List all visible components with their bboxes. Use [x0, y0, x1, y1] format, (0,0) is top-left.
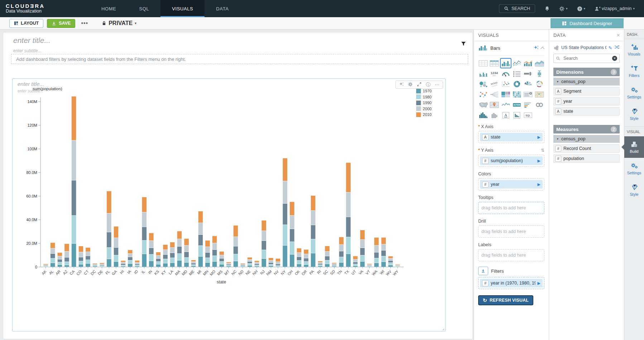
labels-dropzone[interactable]: drag fields to add here: [478, 249, 544, 261]
sidebar-item-dash-style[interactable]: Style: [624, 103, 644, 125]
colors-field-pill[interactable]: # year ▶: [480, 180, 543, 189]
dimensions-table-group[interactable]: ▼ census_pop: [553, 78, 620, 86]
visual-type-bars-icon[interactable]: [501, 59, 511, 68]
sidebar-item-dash-settings[interactable]: Settings: [624, 82, 644, 103]
resize-handle-icon[interactable]: ⌟: [442, 326, 444, 331]
y-axis-dropzone[interactable]: # sum(population) ▶: [478, 155, 544, 167]
colors-dropzone[interactable]: # year ▶: [478, 178, 544, 190]
visual-type-table-icon[interactable]: [478, 59, 488, 68]
field-menu-caret-icon[interactable]: ▶: [538, 159, 540, 163]
more-actions-button[interactable]: •••: [81, 20, 88, 26]
expand-icon[interactable]: [417, 82, 422, 87]
field-menu-caret-icon[interactable]: ▶: [538, 281, 540, 286]
visual-type-extension-icon[interactable]: [489, 111, 499, 120]
nav-tab-data[interactable]: DATA: [205, 0, 240, 17]
nav-tab-home[interactable]: HOME: [90, 0, 128, 17]
field-menu-caret-icon[interactable]: ▶: [538, 182, 540, 187]
visual-type-sparklines-icon[interactable]: [501, 100, 511, 109]
visual-type-field-slicer-icon[interactable]: [523, 90, 533, 99]
legend-item-2010[interactable]: 2010: [416, 112, 432, 118]
x-axis-field-pill[interactable]: A state ▶: [480, 133, 543, 141]
help-menu-button[interactable]: ? ▾: [577, 6, 586, 11]
info-icon[interactable]: ⓘ: [426, 82, 431, 87]
visual-type-combined-bar-line-icon[interactable]: [523, 59, 533, 68]
nav-tab-sql[interactable]: SQL: [128, 0, 160, 17]
close-icon[interactable]: ✕: [616, 33, 620, 38]
visual-type-route-map-icon[interactable]: [534, 90, 544, 99]
dashboard-designer-button[interactable]: Dashboard Designer: [551, 18, 624, 28]
sidebar-item-dash-filters[interactable]: Filters: [624, 60, 644, 82]
filters-dropzone[interactable]: # year in (1970, 1980, 1990,... ▶: [478, 277, 544, 289]
gear-icon[interactable]: [408, 82, 413, 87]
visual-type-legend-list-icon[interactable]: [512, 69, 522, 78]
legend-item-1990[interactable]: 1990: [416, 100, 432, 106]
visual-type-dendrogram-icon[interactable]: [489, 90, 499, 99]
field-row-record-count[interactable]: #Record Count: [553, 144, 620, 153]
visual-type-heatmap-icon[interactable]: [512, 90, 522, 99]
sidebar-item-dash-visuals[interactable]: Visuals: [624, 39, 644, 60]
field-row-year[interactable]: #year: [553, 97, 620, 106]
sidebar-item-visual-settings[interactable]: Settings: [624, 158, 644, 179]
collapse-chevron-icon[interactable]: [540, 47, 544, 50]
settings-menu-button[interactable]: ▾: [559, 6, 568, 11]
visual-type-timeline-chart-icon[interactable]: [512, 111, 522, 120]
visual-type-areas-icon[interactable]: [534, 59, 544, 68]
clear-search-icon[interactable]: ✕: [612, 56, 617, 61]
visual-type-scatter-icon[interactable]: [501, 79, 511, 88]
visual-type-pin-map-icon[interactable]: [489, 100, 499, 109]
user-menu-button[interactable]: ✱ vizapps_admin ▾: [595, 6, 635, 11]
visual-type-row[interactable]: Bars: [478, 41, 544, 55]
dashboard-subtitle-input[interactable]: enter subtitle...: [13, 48, 42, 53]
dataset-name[interactable]: US State Populations O...: [561, 45, 606, 50]
visual-type-network-icon[interactable]: [478, 90, 488, 99]
field-search[interactable]: ✕: [553, 54, 620, 63]
visual-type-link-icon[interactable]: [534, 100, 544, 109]
sparkle-icon[interactable]: [399, 82, 404, 87]
filter-field-pill[interactable]: # year in (1970, 1980, 1990,... ▶: [480, 279, 543, 287]
sidebar-item-visual-build[interactable]: Build: [624, 136, 644, 158]
visual-type-grouped-bars-icon[interactable]: [478, 69, 488, 78]
visual-type-kpi-icon[interactable]: 1234LABEL: [489, 69, 499, 78]
field-search-input[interactable]: [563, 55, 610, 61]
tooltips-dropzone[interactable]: drag fields to add here: [478, 202, 544, 214]
field-menu-caret-icon[interactable]: ▶: [538, 135, 540, 140]
drill-dropzone[interactable]: drag fields to add here: [478, 225, 544, 238]
visual-type-choropleth-us-map-icon[interactable]: [478, 100, 488, 109]
dashboard-filter-icon[interactable]: [461, 41, 466, 48]
visual-title-input[interactable]: enter title...: [18, 81, 44, 87]
legend-item-1970[interactable]: 1970: [416, 88, 432, 94]
stacked-bar-chart[interactable]: 020.0M40.0M60.0M80.0M100M120M140MAKALARA…: [22, 92, 419, 290]
privacy-dropdown[interactable]: PRIVATE ▾: [102, 20, 136, 26]
dashboard-filter-dropzone[interactable]: Add dashboard filters by selecting datas…: [11, 54, 468, 64]
y-axis-field-pill[interactable]: # sum(population) ▶: [480, 156, 543, 165]
measures-header[interactable]: Measures 2: [553, 125, 620, 133]
visual-type-data-table-icon[interactable]: [489, 59, 499, 68]
visual-type-donut-icon[interactable]: [512, 79, 522, 88]
dimensions-header[interactable]: Dimensions 3: [553, 68, 620, 76]
refresh-visual-button[interactable]: ↻ REFRESH VISUAL: [478, 295, 533, 305]
field-row-state[interactable]: Astate: [553, 107, 620, 116]
visual-type-gauge-icon[interactable]: [501, 69, 511, 78]
sidebar-item-visual-style[interactable]: Style: [624, 179, 644, 201]
brand-logo[interactable]: CLOUDƎRA Data Visualization: [0, 3, 79, 14]
search-button[interactable]: SEARCH: [499, 4, 535, 13]
dashboard-title-input[interactable]: enter title...: [13, 36, 51, 45]
legend-item-1980[interactable]: 1980: [416, 94, 432, 100]
visual-type-sql-icon[interactable]: SQL: [523, 111, 533, 120]
more-icon[interactable]: ⋯: [435, 82, 439, 87]
visual-type-bullet-icon[interactable]: [523, 69, 533, 78]
nav-tab-visuals[interactable]: VISUALS: [160, 0, 205, 17]
visual-type-treemap-icon[interactable]: [501, 90, 511, 99]
notifications-button[interactable]: [544, 6, 550, 11]
visual-type-packed-bubbles-icon[interactable]: [478, 79, 488, 88]
field-row-segment[interactable]: ASegment: [553, 87, 620, 96]
visual-type-rich-text-icon[interactable]: A: [501, 111, 511, 120]
save-button[interactable]: SAVE: [47, 19, 75, 28]
visual-type-histogram-icon[interactable]: [478, 111, 488, 120]
visual-type-bar-ranking-icon[interactable]: [523, 100, 533, 109]
visual-type-chord-icon[interactable]: [534, 79, 544, 88]
sparkle-icon[interactable]: [534, 45, 539, 51]
visual-type-pie-icon[interactable]: [523, 79, 533, 88]
switch-dataset-icon[interactable]: [614, 45, 620, 50]
x-axis-dropzone[interactable]: A state ▶: [478, 131, 544, 143]
